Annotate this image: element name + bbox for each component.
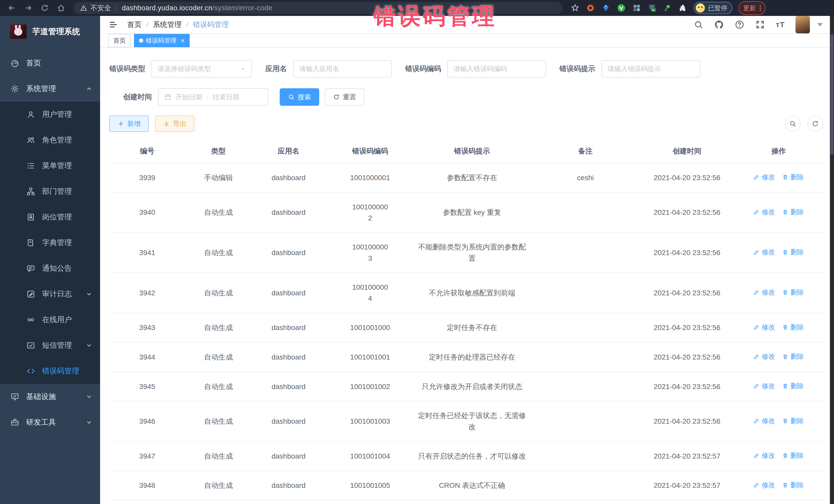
edit-link[interactable]: 修改: [753, 351, 775, 361]
row-app: dashboard: [252, 313, 325, 343]
row-message: 不能删除类型为系统内置的参数配置: [415, 233, 529, 273]
help-icon[interactable]: [735, 20, 744, 29]
delete-link[interactable]: 删除: [782, 322, 804, 332]
breadcrumb-system[interactable]: 系统管理: [153, 20, 182, 29]
page-scrollbar[interactable]: [830, 16, 834, 504]
security-warning[interactable]: 不安全: [80, 3, 111, 13]
sidebar-item-announcements[interactable]: 通知公告: [0, 256, 100, 281]
row-id: 3945: [109, 372, 185, 401]
col-type: 类型: [185, 139, 252, 163]
add-button[interactable]: 新增: [109, 115, 149, 132]
row-type: 手动编辑: [185, 163, 252, 193]
extension-on-badge-icon[interactable]: on: [648, 3, 657, 13]
tag-home[interactable]: 首页: [108, 34, 131, 47]
app-logo-row[interactable]: 芋道管理系统: [0, 16, 100, 44]
error-code-input[interactable]: [447, 60, 546, 78]
tags-view: 首页 错误码管理 ×: [100, 34, 834, 48]
delete-link[interactable]: 删除: [782, 247, 804, 257]
delete-trash-icon: [782, 418, 788, 424]
row-code: 1001001004: [325, 441, 415, 471]
row-message: 参数配置不存在: [415, 163, 529, 193]
edit-link[interactable]: 修改: [753, 381, 775, 391]
edit-pencil-icon: [753, 482, 760, 488]
edit-link[interactable]: 修改: [753, 416, 775, 426]
sidebar-item-sms[interactable]: 短信管理: [0, 333, 100, 358]
refresh-table-button[interactable]: [807, 116, 823, 132]
edit-link[interactable]: 修改: [753, 322, 775, 332]
sidebar-item-users[interactable]: 用户管理: [0, 102, 100, 127]
breadcrumb-home[interactable]: 首页: [127, 20, 142, 29]
delete-link[interactable]: 删除: [782, 172, 804, 182]
fullscreen-icon[interactable]: [755, 20, 765, 29]
delete-link[interactable]: 删除: [782, 287, 804, 298]
col-created: 创建时间: [641, 139, 732, 163]
sidebar-item-system[interactable]: 系统管理: [0, 76, 100, 102]
forward-icon[interactable]: [21, 2, 36, 14]
calendar-icon: [164, 93, 171, 101]
extension-donut-icon[interactable]: [586, 3, 595, 13]
error-message-input[interactable]: [601, 60, 700, 78]
edit-link[interactable]: 修改: [753, 451, 775, 461]
scrollbar-thumb[interactable]: [830, 34, 833, 154]
reset-button[interactable]: 重置: [325, 88, 365, 106]
back-icon[interactable]: [5, 2, 19, 14]
row-type: 自动生成: [185, 233, 252, 273]
edit-link[interactable]: 修改: [753, 207, 775, 217]
delete-trash-icon: [782, 453, 788, 459]
font-size-icon[interactable]: тT: [776, 20, 785, 29]
delete-link[interactable]: 删除: [782, 416, 804, 426]
browser-menu-icon[interactable]: [760, 5, 761, 11]
avatar-caret-icon[interactable]: [817, 23, 823, 26]
edit-link[interactable]: 修改: [753, 287, 775, 298]
sidebar-item-audit-log[interactable]: 审计日志: [0, 281, 100, 307]
search-icon[interactable]: [694, 20, 703, 29]
dashboard-icon: [10, 59, 20, 68]
export-button[interactable]: 导出: [155, 115, 195, 132]
sidebar-item-home[interactable]: 首页: [0, 50, 100, 76]
sidebar-item-departments[interactable]: 部门管理: [0, 179, 100, 204]
delete-link[interactable]: 删除: [782, 351, 804, 361]
delete-link[interactable]: 删除: [782, 480, 804, 490]
sidebar-item-posts[interactable]: 岗位管理: [0, 204, 100, 230]
row-message: 定时任务已经处于该状态，无需修改: [415, 401, 529, 441]
extension-grid-icon[interactable]: [632, 3, 641, 13]
chevron-down-icon: [86, 393, 92, 400]
sidebar-item-menus[interactable]: 菜单管理: [0, 153, 100, 179]
sidebar-item-error-codes[interactable]: 错误码管理: [0, 358, 100, 384]
sidebar-item-dictionary[interactable]: 字典管理: [0, 230, 100, 256]
error-type-select[interactable]: 请选择错误码类型: [151, 60, 252, 78]
search-button[interactable]: 搜索: [280, 88, 319, 106]
delete-link[interactable]: 删除: [782, 207, 804, 217]
home-icon[interactable]: [54, 2, 68, 14]
github-icon[interactable]: [714, 20, 724, 29]
edit-link[interactable]: 修改: [753, 480, 775, 490]
sidebar-item-dev-tools[interactable]: 研发工具: [0, 410, 100, 435]
breadcrumb: 首页 / 系统管理 / 错误码管理: [127, 20, 229, 29]
reload-icon[interactable]: [38, 2, 52, 14]
col-code: 错误码编码: [325, 139, 415, 163]
edit-link[interactable]: 修改: [753, 172, 775, 182]
extension-key-icon[interactable]: [663, 3, 672, 13]
extension-gem-icon[interactable]: [601, 3, 611, 13]
delete-link[interactable]: 删除: [782, 381, 804, 391]
date-range-picker[interactable]: 开始日期 - 结束日期: [158, 88, 268, 106]
browser-update-button[interactable]: 更新: [739, 1, 766, 15]
show-search-button[interactable]: [785, 116, 800, 132]
edit-link[interactable]: 修改: [753, 247, 775, 257]
delete-link[interactable]: 删除: [782, 451, 804, 461]
bookmark-star-icon[interactable]: [570, 3, 580, 13]
browser-profile-chip[interactable]: 已暂停: [694, 2, 732, 14]
col-message: 错误码提示: [415, 139, 529, 163]
app-name-input[interactable]: [293, 60, 392, 78]
col-app: 应用名: [252, 139, 325, 163]
sidebar-item-infrastructure[interactable]: 基础设施: [0, 384, 100, 410]
row-created: 2021-04-20 23:52:56: [641, 372, 732, 401]
sidebar-item-roles[interactable]: 角色管理: [0, 127, 100, 153]
hamburger-icon[interactable]: [108, 20, 118, 29]
extension-v-icon[interactable]: [617, 3, 626, 13]
tag-error-codes[interactable]: 错误码管理 ×: [134, 34, 190, 47]
sidebar-item-online-users[interactable]: 在线用户: [0, 307, 100, 333]
extension-puzzle-icon[interactable]: [678, 3, 687, 13]
tag-close-icon[interactable]: ×: [181, 37, 184, 45]
user-avatar[interactable]: [795, 16, 810, 34]
